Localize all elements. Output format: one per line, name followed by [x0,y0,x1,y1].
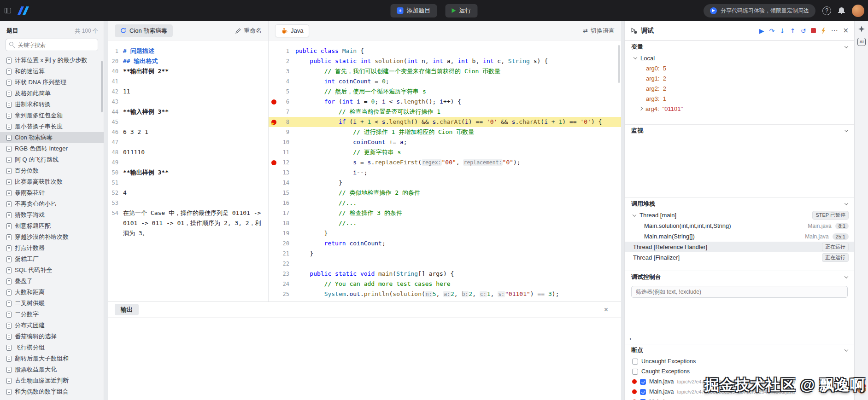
exception-breakpoint-row[interactable]: Caught Exceptions [625,366,854,377]
code-editor[interactable]: 1public class Main {2 public static int … [269,41,621,299]
sidebar-item[interactable]: 计算位置 x 到 y 的最少步数 [0,55,104,66]
sidebar-item[interactable]: 分布式团建 [0,320,104,331]
watch-section-header[interactable]: 监视 [625,125,854,137]
sidebar-item[interactable]: 最小替换子串长度 [0,121,104,132]
add-problem-label: 添加题目 [407,6,431,15]
close-icon[interactable]: × [604,306,608,314]
file-breakpoint-row[interactable]: Main.javatopic/v2/e47288810ec5454ab75cf9… [625,387,854,397]
breakpoints-section-header[interactable]: 断点 [625,344,854,356]
variable-row[interactable]: arg1: 2 [625,73,854,83]
checkbox[interactable] [640,379,646,385]
file-breakpoint-row[interactable]: Main.javatopic/v2/e47288810ec5454ab75cf9… [625,397,854,400]
file-breakpoint-row[interactable]: Main.javatopic/v2/e47288810ec5454ab75cf9… [625,377,854,387]
code-text: public class Main { [295,46,621,56]
variable-row[interactable]: arg0: 5 [625,63,854,73]
sparkle-icon[interactable] [858,26,865,32]
sidebar-item[interactable]: 翻转后最大子数组和 [0,353,104,364]
exception-breakpoint-row[interactable]: Uncaught Exceptions [625,356,854,366]
callstack-frame-row[interactable]: Main.solution(int,int,int,int,String)Mai… [625,220,854,231]
sidebar-item[interactable]: 叠盘子 [0,276,104,287]
callstack-thread-row[interactable]: Thread [Reference Handler]正在运行 [625,242,854,252]
output-tab[interactable]: 输出 [115,304,139,315]
sidebar-item[interactable]: 暴雨梨花针 [0,187,104,198]
language-tab-java[interactable]: Java [275,24,309,37]
sidebar-item[interactable]: 比赛最高获胜次数 [0,176,104,187]
variables-scope-local[interactable]: Local [625,53,854,63]
editor-header: Java ⇄ 切换语言 [269,21,621,41]
checkbox[interactable] [632,369,638,375]
callstack-thread-row[interactable]: Thread [main]STEP 已暂停 [625,210,854,220]
avatar[interactable] [852,5,864,17]
sidebar-item[interactable]: 进制求和转换 [0,99,104,110]
marscode-logo[interactable] [18,6,29,15]
breakpoint-margin[interactable] [269,99,279,104]
breakpoint-margin[interactable]: ▶ [269,120,279,125]
continue-button[interactable]: ▶ [759,28,764,34]
sidebar-scrollbar[interactable] [101,61,103,112]
breakpoint-margin[interactable] [269,160,279,165]
line-number: 42 [108,87,123,97]
sidebar-item[interactable]: Cion 勒索病毒 [0,132,104,143]
sidebar-item[interactable]: 环状 DNA 序列整理 [0,77,104,88]
variables-section-header[interactable]: 变量 [625,41,854,53]
sidebar-item[interactable]: 番茄编辑的选择 [0,331,104,342]
code-text: // You can add more test cases here [295,279,621,289]
editor-scrollbar[interactable] [618,45,620,83]
sidebar-item[interactable]: 大数和距离 [0,287,104,298]
sidebar-item[interactable]: 二叉树供暖 [0,298,104,309]
sidebar-item[interactable]: 和为偶数的数字组合 [0,386,104,397]
more-actions-button[interactable]: ⋯ [831,27,838,34]
callstack-section-header[interactable]: 调用堆栈 [625,198,854,210]
debug-console-section-header[interactable]: 调试控制台 [625,271,854,283]
stop-button[interactable] [811,28,816,33]
promo-banner[interactable]: 分享代码练习体验，领限量定制周边 [704,4,815,17]
ai-assistant-icon[interactable]: AI [857,38,866,46]
restart-button[interactable]: ↺ [801,28,806,34]
variable-row[interactable]: arg3: 1 [625,93,854,104]
description-editor[interactable]: 1# 问题描述20## 输出格式40**输出样例 2**4142114344**… [108,41,268,238]
console-filter-input[interactable] [631,286,848,298]
callstack-thread-row[interactable]: Thread [Finalizer]正在运行 [625,252,854,263]
sidebar-item[interactable]: 古生物血缘远近判断 [0,375,104,386]
close-debug-button[interactable]: × [843,27,849,34]
sidebar-item[interactable]: 猜数字游戏 [0,209,104,220]
sidebar-item[interactable]: 阿 Q 的飞行路线 [0,154,104,165]
variable-row[interactable]: arg4: "01101" [625,104,854,114]
problem-tab[interactable]: Cion 勒索病毒 [115,24,173,37]
layout-icon[interactable] [5,8,11,13]
run-button[interactable]: 运行 [446,4,478,17]
code-line: 9 // 进行操作 1 并增加相应的 Cion 币数量 [269,127,621,137]
sidebar-item[interactable]: 拿到最多红包金额 [0,110,104,121]
sidebar-item[interactable]: 打点计数器 [0,243,104,254]
sidebar-item[interactable]: 创意标题匹配 [0,220,104,232]
document-icon [6,312,12,318]
refresh-icon [120,28,126,34]
sidebar-item[interactable]: RGB 色值转 Integer [0,143,104,154]
search-input[interactable] [6,39,98,51]
add-problem-button[interactable]: + 添加题目 [391,4,437,17]
hot-reload-button[interactable] [821,28,826,34]
checkbox[interactable] [632,359,638,365]
variable-row[interactable]: arg2: 2 [625,83,854,93]
rail-avatar[interactable] [857,384,866,394]
sidebar-item[interactable]: 及格如此简单 [0,88,104,99]
help-icon[interactable]: ? [822,6,831,15]
step-over-button[interactable]: ↷ [769,28,774,34]
callstack-frame-row[interactable]: Main.main(String[])Main.java25:1 [625,231,854,242]
sidebar-item[interactable]: 百分位数 [0,165,104,176]
bell-icon[interactable] [838,7,845,14]
sidebar-item[interactable]: SQL 代码补全 [0,265,104,276]
rename-button[interactable]: 重命名 [235,27,262,35]
sidebar-item[interactable]: 飞行棋分组 [0,342,104,353]
sidebar-item[interactable]: 和的迷运算 [0,66,104,77]
switch-language-button[interactable]: ⇄ 切换语言 [583,27,615,35]
sidebar-item[interactable]: 穿越沙漠的补给次数 [0,232,104,243]
sidebar-item[interactable]: 不再贪心的小匕 [0,198,104,209]
sidebar-item[interactable]: 二分数字 [0,309,104,320]
checkbox[interactable] [640,389,646,395]
step-into-button[interactable]: ↓ [780,28,785,34]
chevron-down-icon [845,348,848,351]
sidebar-item[interactable]: 蛋糕工厂 [0,254,104,265]
sidebar-item[interactable]: 股票收益最大化 [0,364,104,375]
step-out-button[interactable]: ↑ [790,28,796,34]
